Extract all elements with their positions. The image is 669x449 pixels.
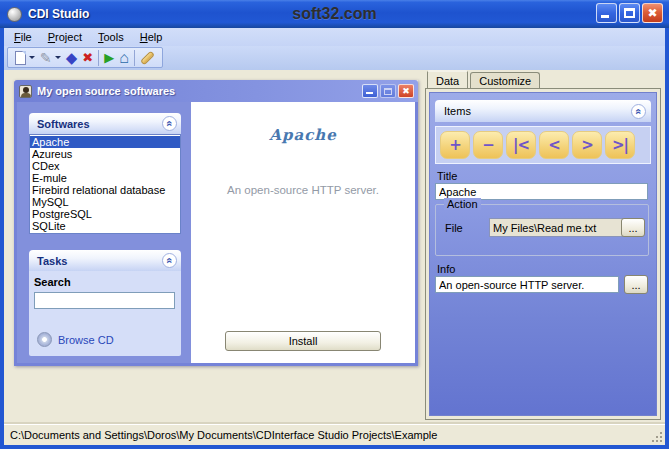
watermark-text: soft32.com (0, 5, 669, 23)
close-button[interactable]: ✖ (642, 3, 663, 23)
cd-icon (37, 332, 52, 347)
menu-tools[interactable]: Tools (98, 31, 124, 43)
build-button[interactable]: ⌂ (119, 50, 129, 65)
detail-description: An open-source HTTP server. (191, 184, 415, 196)
run-button[interactable]: ▶ (104, 51, 114, 65)
tab-data[interactable]: Data (427, 70, 468, 88)
list-item[interactable]: PostgreSQL (30, 208, 180, 220)
browse-cd-link[interactable]: Browse CD (37, 332, 114, 347)
inner-close-button[interactable]: ✖ (398, 84, 414, 98)
delete-button[interactable]: ✖ (82, 51, 93, 65)
tasks-panel-body: Search Browse CD (29, 271, 181, 356)
collapse-button[interactable]: « (162, 253, 177, 268)
app-icon (7, 7, 22, 22)
list-item[interactable]: MySQL (30, 196, 180, 208)
resize-grip[interactable] (651, 431, 664, 444)
toolbar-separator (98, 50, 99, 66)
remove-item-button[interactable]: − (473, 131, 503, 159)
status-path: C:\Documents and Settings\Doros\My Docum… (10, 429, 437, 441)
delete-icon: ✖ (82, 51, 93, 65)
search-label: Search (34, 276, 71, 288)
tab-customize[interactable]: Customize (470, 72, 540, 88)
tab-strip: Data Customize (425, 70, 661, 88)
file-browse-button[interactable]: ... (621, 218, 645, 237)
minimize-icon (601, 15, 609, 18)
inner-window-icon (19, 85, 32, 98)
info-browse-button[interactable]: ... (624, 275, 648, 294)
list-item[interactable]: Firebird relational database (30, 184, 180, 196)
collapse-button[interactable]: « (631, 104, 646, 119)
softwares-panel: Softwares « Apache Azureus CDex E-mule F… (29, 113, 181, 234)
menu-project[interactable]: Project (48, 31, 82, 43)
properties-tab-control: Data Customize Items « + − |< < (425, 70, 661, 420)
tasks-panel-title: Tasks (37, 255, 67, 267)
detail-heading: Apache (191, 126, 415, 144)
tasks-panel-header: Tasks « (29, 250, 181, 271)
settings-button[interactable] (140, 55, 155, 61)
save-icon: ◆ (66, 50, 78, 65)
file-field[interactable] (489, 218, 623, 237)
list-item[interactable]: SQLite (30, 220, 180, 232)
list-item[interactable]: Apache (30, 136, 180, 148)
chevron-up-icon: « (164, 120, 175, 126)
add-item-button[interactable]: + (440, 131, 470, 159)
install-button[interactable]: Install (225, 331, 381, 351)
window-title: CDI Studio (28, 7, 89, 21)
softwares-list: Apache Azureus CDex E-mule Firebird rela… (29, 134, 181, 234)
action-label: Action (444, 198, 481, 210)
home-icon: ⌂ (119, 50, 129, 65)
inner-window-title: My open source softwares (37, 85, 175, 97)
browse-cd-label: Browse CD (58, 334, 114, 346)
window-frame: File Project Tools Help ✎ ◆ ✖ ▶ ⌂ (4, 28, 665, 445)
edit-button[interactable]: ✎ (40, 51, 61, 65)
collapse-button[interactable]: « (162, 116, 177, 131)
chevron-up-icon: « (633, 108, 644, 114)
toolbar-separator (134, 50, 135, 66)
minimize-icon (366, 92, 373, 94)
maximize-icon (384, 88, 392, 95)
inner-maximize-button[interactable] (380, 84, 396, 98)
inner-window-titlebar[interactable]: My open source softwares ✖ (14, 80, 418, 102)
chevron-down-icon (55, 56, 61, 62)
menu-bar: File Project Tools Help (4, 28, 665, 46)
application-window: CDI Studio soft32.com ✖ File Project Too… (0, 0, 669, 449)
play-icon: ▶ (104, 51, 114, 65)
list-item[interactable]: Azureus (30, 148, 180, 160)
pencil-icon: ✎ (40, 51, 52, 65)
close-icon: ✖ (643, 4, 662, 22)
menu-file[interactable]: File (14, 31, 32, 43)
action-groupbox: Action File ... (435, 204, 649, 256)
inner-window: My open source softwares ✖ Apache An ope… (14, 80, 418, 366)
next-item-button[interactable]: > (572, 131, 602, 159)
tasks-panel: Tasks « Search Browse CD (29, 250, 181, 356)
new-button[interactable] (15, 51, 35, 65)
inner-window-body: Apache An open-source HTTP server. Insta… (14, 102, 418, 366)
list-item[interactable]: CDex (30, 160, 180, 172)
file-label: File (445, 222, 463, 234)
title-label: Title (437, 170, 457, 182)
last-item-button[interactable]: >| (605, 131, 635, 159)
search-input[interactable] (34, 292, 175, 309)
info-field[interactable] (435, 276, 619, 293)
softwares-panel-title: Softwares (37, 118, 90, 130)
client-area: My open source softwares ✖ Apache An ope… (4, 70, 665, 424)
save-button[interactable]: ◆ (66, 50, 78, 65)
new-document-icon (15, 51, 26, 65)
grip-dots-icon (660, 440, 662, 442)
toolbar-group: ✎ ◆ ✖ ▶ ⌂ (7, 47, 163, 68)
status-bar: C:\Documents and Settings\Doros\My Docum… (4, 424, 665, 445)
minimize-button[interactable] (596, 3, 617, 23)
list-item[interactable]: E-mule (30, 172, 180, 184)
wrench-icon (140, 50, 155, 65)
inner-minimize-button[interactable] (362, 84, 378, 98)
toolbar: ✎ ◆ ✖ ▶ ⌂ (4, 46, 665, 70)
close-icon: ✖ (399, 85, 413, 98)
previous-item-button[interactable]: < (539, 131, 569, 159)
menu-help[interactable]: Help (140, 31, 163, 43)
items-panel-title: Items (444, 105, 471, 117)
first-item-button[interactable]: |< (506, 131, 536, 159)
chevron-down-icon (29, 56, 35, 62)
window-titlebar[interactable]: CDI Studio soft32.com ✖ (0, 0, 669, 28)
softwares-panel-header: Softwares « (29, 113, 181, 134)
maximize-button[interactable] (619, 3, 640, 23)
